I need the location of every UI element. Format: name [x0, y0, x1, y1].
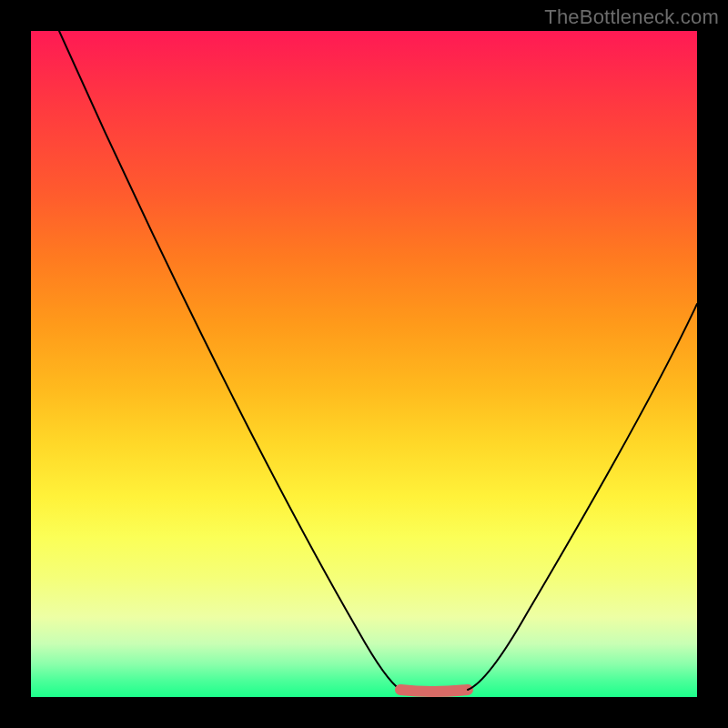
bottleneck-curve — [31, 31, 697, 697]
curve-right-branch — [468, 304, 697, 690]
curve-left-branch — [59, 31, 400, 690]
plot-area — [31, 31, 697, 697]
watermark-text: TheBottleneck.com — [544, 5, 719, 29]
chart-frame: TheBottleneck.com — [0, 0, 728, 728]
curve-valley-flat — [400, 690, 468, 692]
